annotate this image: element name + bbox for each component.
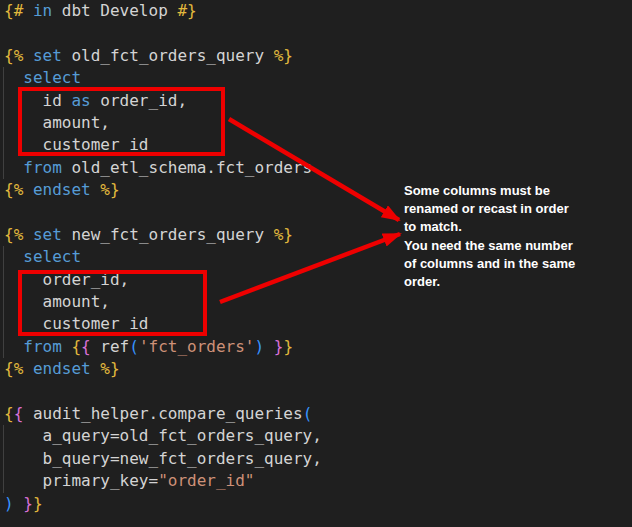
code-token xyxy=(23,1,33,20)
code-token xyxy=(91,359,101,378)
code-token: old_etl_schema.fct_orders xyxy=(62,158,312,177)
code-token: {% xyxy=(4,180,23,199)
code-token: "order_id" xyxy=(158,471,254,490)
code-token: {% xyxy=(4,46,23,65)
code-token: ) xyxy=(4,494,14,513)
code-token: } xyxy=(283,337,293,356)
code-token: ) xyxy=(254,337,264,356)
code-line: {{ audit_helper.compare_queries( xyxy=(4,403,632,425)
code-token: select xyxy=(23,247,81,266)
annotation-line: of columns and in the same xyxy=(404,255,614,273)
code-token: %} xyxy=(274,225,293,244)
code-token: from xyxy=(23,158,62,177)
code-line: b_query=new_fct_orders_query, xyxy=(4,448,632,470)
code-token: %} xyxy=(274,46,293,65)
code-token: } xyxy=(274,337,284,356)
code-token xyxy=(14,494,24,513)
code-token: {% xyxy=(4,225,23,244)
annotation-line: order. xyxy=(404,273,614,291)
code-token xyxy=(23,180,33,199)
annotation-line: to match. xyxy=(404,218,614,236)
code-token: %} xyxy=(100,180,119,199)
code-token: primary_key= xyxy=(4,471,158,490)
code-token: b_query=new_fct_orders_query, xyxy=(4,449,322,468)
code-line xyxy=(4,381,632,403)
code-token xyxy=(4,158,23,177)
highlight-box-new-columns xyxy=(18,270,207,336)
code-token: ( xyxy=(303,404,313,423)
annotation-line: You need the same number xyxy=(404,237,614,255)
code-line: {% endset %} xyxy=(4,358,632,380)
code-token: { xyxy=(81,337,91,356)
code-token xyxy=(4,68,23,87)
code-token: {# xyxy=(4,1,23,20)
code-token: } xyxy=(23,494,33,513)
annotation-line: Some columns must be xyxy=(404,182,614,200)
code-token: { xyxy=(71,337,81,356)
code-token: ( xyxy=(129,337,139,356)
code-token: { xyxy=(14,404,24,423)
code-token: in xyxy=(33,1,52,20)
code-token: from xyxy=(23,337,62,356)
code-token: audit_helper.compare_queries xyxy=(23,404,302,423)
code-token: ref xyxy=(91,337,130,356)
code-line: primary_key="order_id" xyxy=(4,470,632,492)
code-token xyxy=(91,180,101,199)
code-token xyxy=(23,46,33,65)
code-token: } xyxy=(33,494,43,513)
code-token xyxy=(23,225,33,244)
code-token: old_fct_orders_query xyxy=(62,46,274,65)
annotation-note: Some columns must berenamed or recast in… xyxy=(404,182,614,291)
annotation-line: renamed or recast in order xyxy=(404,200,614,218)
code-line: from old_etl_schema.fct_orders xyxy=(4,157,632,179)
code-token: endset xyxy=(33,359,91,378)
code-editor[interactable]: {# in dbt Develop #} {% set old_fct_orde… xyxy=(0,0,632,527)
code-token: a_query=old_fct_orders_query, xyxy=(4,426,322,445)
code-line: {% set old_fct_orders_query %} xyxy=(4,45,632,67)
code-line: from {{ ref('fct_orders') }} xyxy=(4,336,632,358)
code-token xyxy=(23,359,33,378)
code-token xyxy=(4,247,23,266)
code-token: dbt Develop xyxy=(52,1,177,20)
code-token: set xyxy=(33,225,62,244)
code-token: select xyxy=(23,68,81,87)
code-token xyxy=(264,337,274,356)
code-line: a_query=old_fct_orders_query, xyxy=(4,425,632,447)
code-token: #} xyxy=(177,1,196,20)
highlight-box-old-columns xyxy=(18,87,225,156)
code-token: { xyxy=(4,404,14,423)
code-token xyxy=(62,337,72,356)
code-token: 'fct_orders' xyxy=(139,337,255,356)
code-token: set xyxy=(33,46,62,65)
code-token: %} xyxy=(100,359,119,378)
code-token xyxy=(4,337,23,356)
code-line xyxy=(4,22,632,44)
code-line: ) }} xyxy=(4,493,632,515)
code-token: endset xyxy=(33,180,91,199)
code-line: {# in dbt Develop #} xyxy=(4,0,632,22)
code-token: {% xyxy=(4,359,23,378)
code-token: new_fct_orders_query xyxy=(62,225,274,244)
